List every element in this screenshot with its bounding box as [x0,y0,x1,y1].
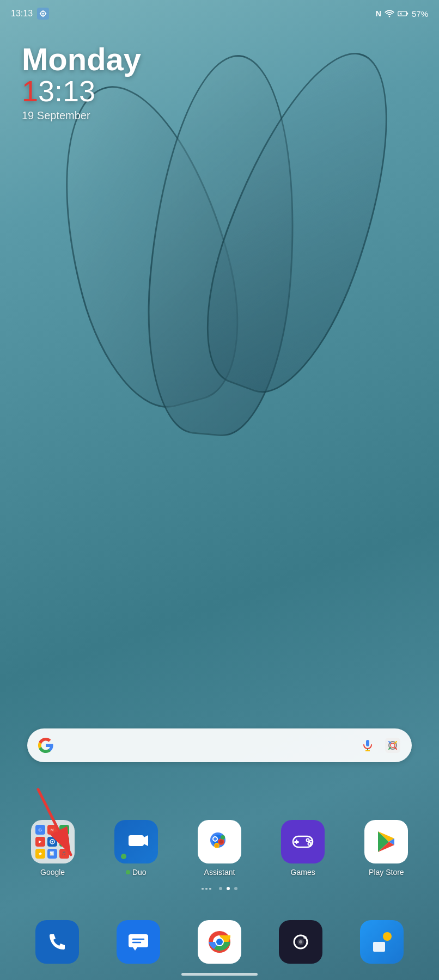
time-first-char: 1 [22,75,38,107]
page-indicator [0,887,439,890]
svg-rect-7 [407,13,408,14]
dock-item-camera[interactable] [273,920,328,964]
status-bar: 13:13 N 57% [0,0,439,27]
duo-online-dot [121,854,126,859]
app-item-playstore[interactable]: Play Store [359,820,413,877]
page-dot-2 [227,887,230,890]
page-lines [202,888,211,890]
svg-marker-19 [144,835,148,846]
date-display: 19 September [22,109,141,122]
lens-search-button[interactable] [383,736,402,755]
app-icon-chrome [198,920,241,964]
app-label-assistant: Assistant [204,868,235,877]
svg-point-25 [219,840,223,844]
svg-point-51 [299,940,302,944]
page-line-2 [205,888,208,890]
app-label-playstore: Play Store [369,868,404,877]
status-time: 13:13 [11,9,33,19]
datetime-widget: Monday 13:13 19 September [22,44,141,122]
svg-rect-18 [129,835,144,846]
svg-point-27 [215,844,218,847]
svg-point-34 [308,843,311,846]
svg-rect-54 [373,942,385,952]
svg-rect-10 [366,740,369,746]
app-icon-messages [117,920,160,964]
app-icon-phone [35,920,79,964]
day-name: Monday [22,44,141,75]
app-label-duo: Duo [126,868,147,877]
google-g-logo [37,737,54,754]
app-item-assistant[interactable]: Assistant [192,820,247,877]
app-item-duo[interactable]: Duo [109,820,163,877]
svg-point-1 [42,13,44,15]
time-display: 13:13 [22,75,141,107]
svg-point-32 [307,839,309,842]
time-rest: 3:13 [38,75,95,107]
svg-point-28 [221,835,225,840]
home-bar [181,973,258,976]
svg-marker-44 [133,947,137,951]
svg-line-40 [38,789,71,855]
app-icon-games [281,820,325,863]
app-label-games: Games [291,868,315,877]
dock-item-messages[interactable] [111,920,166,964]
dock-item-chrome[interactable] [192,920,247,964]
battery-percent: 57% [412,9,428,19]
svg-point-53 [383,932,392,941]
app-icon-mi [360,920,404,964]
app-label-google: Google [40,868,65,877]
status-right: N 57% [376,9,428,19]
page-dot-3 [234,887,237,890]
page-dot-1 [219,887,222,890]
search-bar[interactable] [27,728,412,762]
svg-rect-31 [294,841,299,843]
dock-item-phone[interactable] [30,920,84,964]
battery-x-icon [398,10,408,17]
signal-icon [37,8,49,20]
app-icon-assistant [198,820,241,863]
app-item-games[interactable]: Games [276,820,330,877]
wifi-icon [385,10,394,17]
svg-rect-13 [385,738,400,753]
dock [0,920,439,964]
app-icon-playstore [364,820,408,863]
page-line-1 [202,888,204,890]
dock-item-mi[interactable] [355,920,409,964]
nfc-icon: N [376,9,381,18]
svg-rect-41 [129,934,148,947]
svg-rect-6 [398,11,407,16]
svg-point-48 [216,939,223,945]
red-arrow [27,784,93,866]
voice-search-button[interactable] [358,736,377,755]
app-icon-duo [114,820,158,863]
svg-point-23 [214,837,217,841]
page-line-3 [209,888,211,890]
svg-point-52 [303,936,307,939]
app-icon-camera [279,920,322,964]
